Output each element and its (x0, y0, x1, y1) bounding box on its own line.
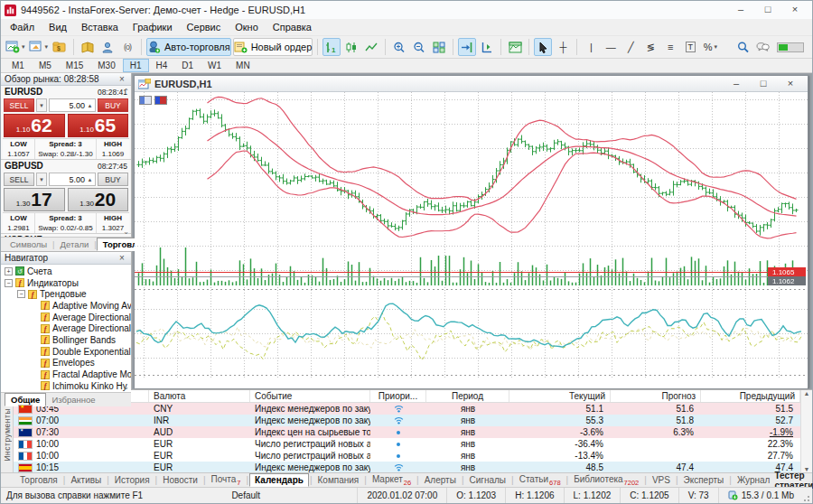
bottom-tab-1[interactable]: Торговля (15, 474, 62, 486)
tf-h4[interactable]: H4 (149, 59, 175, 72)
tree-item-ichimoku[interactable]: fIchimoku Kinko Hy (1, 380, 131, 392)
scroll-down-icon[interactable]: ⌄ (123, 383, 129, 391)
close-icon[interactable]: × (117, 253, 127, 263)
scroll-down-icon[interactable]: ⌄ (123, 228, 129, 236)
expand-icon[interactable]: + (5, 267, 13, 275)
bid-price-box[interactable]: 1.3017 (4, 188, 65, 211)
chart-maximize-button[interactable]: □ (750, 77, 777, 91)
bottom-tab-10[interactable]: Сигналы (465, 474, 511, 486)
lot-input[interactable]: 5.00▲ (49, 173, 96, 186)
vertical-line-tool[interactable]: | (582, 38, 600, 56)
scroll-up-icon[interactable]: ▲ (804, 390, 810, 397)
bottom-tab-7[interactable]: Компания (313, 474, 364, 486)
bottom-tab-8[interactable]: Маркет26 (368, 473, 416, 488)
horizontal-line-tool[interactable]: — (602, 38, 620, 56)
tree-item-dema[interactable]: fDouble Exponential (1, 346, 131, 358)
text-tool[interactable]: T (681, 38, 699, 56)
tree-item-bollinger[interactable]: fBollinger Bands (1, 334, 131, 346)
col-priority[interactable]: Приори... (370, 390, 426, 402)
channel-tool[interactable]: ≡ (661, 38, 679, 56)
col-forecast[interactable]: Прогноз (611, 390, 701, 402)
new-chart-button[interactable]: ▾ (5, 38, 26, 56)
bottom-tab-9[interactable]: Алерты (420, 474, 461, 486)
lot-dropdown-button[interactable]: ▼ (36, 98, 47, 112)
trendline-tool[interactable]: ╱ (621, 38, 640, 56)
tf-d1[interactable]: D1 (174, 59, 201, 72)
crosshair-tool-button[interactable]: ┼ (554, 38, 572, 56)
candle-chart-mode-button[interactable] (342, 38, 360, 56)
menu-file[interactable]: Файл (3, 20, 42, 34)
bottom-tab-11[interactable]: Статьи678 (515, 473, 565, 488)
profiles-button[interactable]: ▾ (28, 38, 50, 56)
bottom-tab-13[interactable]: VPS (648, 474, 675, 486)
tile-windows-button[interactable] (430, 38, 448, 56)
new-order-button[interactable]: Новый ордер (233, 38, 313, 56)
zoom-in-button[interactable] (390, 38, 408, 56)
col-period[interactable]: Период (426, 390, 509, 402)
chart-shift-button[interactable] (478, 38, 496, 56)
tree-item-adx[interactable]: fAverage Directional (1, 312, 131, 323)
bottom-tab-15[interactable]: Журнал (733, 474, 775, 486)
bottom-tab-6[interactable]: Календарь (249, 473, 309, 487)
menu-view[interactable]: Вид (42, 20, 74, 34)
search-icon[interactable] (737, 42, 749, 53)
calendar-row[interactable]: 07:00INRИндекс менеджеров по закупкам в … (14, 415, 800, 426)
tf-m5[interactable]: M5 (32, 59, 59, 72)
tf-w1[interactable]: W1 (201, 59, 229, 72)
chart-minimize-button[interactable]: – (723, 77, 750, 91)
buy-button[interactable]: BUY (98, 98, 128, 112)
ask-price-box[interactable]: 1.3020 (68, 188, 129, 211)
calendar-row[interactable]: 07:30AUDИндекс цен на сырьевые товары от… (14, 426, 800, 438)
quotes-book-button[interactable] (79, 38, 97, 56)
bottom-tab-4[interactable]: Новости (158, 474, 202, 486)
tf-h1[interactable]: H1 (123, 59, 149, 72)
line-chart-mode-button[interactable] (362, 38, 380, 56)
col-event[interactable]: Событие (250, 390, 370, 402)
bottom-tab-5[interactable]: Почта7 (207, 473, 246, 488)
chat-icon[interactable] (756, 42, 770, 52)
shapes-tool[interactable]: %▾ (701, 38, 719, 56)
tree-item-adx-wilder[interactable]: fAverage Directional (1, 322, 131, 334)
close-icon[interactable]: × (117, 74, 127, 84)
calendar-scrollbar[interactable]: ▲▼ (800, 390, 812, 472)
tf-m30[interactable]: M30 (90, 59, 122, 72)
lot-dropdown-button[interactable]: ▼ (36, 173, 47, 186)
tf-m1[interactable]: M1 (5, 59, 32, 72)
autotrading-toggle[interactable]: Авто-торговля (146, 38, 231, 56)
fibonacci-tool[interactable]: ≶ (641, 38, 659, 56)
indicator-mini-icon[interactable] (154, 96, 167, 105)
tree-item-adaptive-ma[interactable]: fAdaptive Moving Av (1, 300, 131, 312)
zoom-out-button[interactable] (410, 38, 428, 56)
sell-button[interactable]: SELL (4, 173, 34, 186)
tree-item-accounts[interactable]: +↺Счета (1, 266, 131, 277)
status-profile[interactable]: Default (222, 488, 358, 503)
tf-mn[interactable]: MN (229, 59, 257, 72)
toolbox-vertical-label[interactable]: Инструменты (3, 408, 12, 462)
close-button[interactable]: × (781, 2, 808, 18)
menu-tools[interactable]: Сервис (180, 20, 229, 34)
signals-broadcast-button[interactable]: (ο) (118, 38, 136, 56)
history-center-button[interactable]: $ (51, 38, 69, 56)
cursor-tool-button[interactable] (534, 38, 552, 56)
autoscroll-button[interactable] (458, 38, 476, 56)
tree-item-trend[interactable]: −fТрендовые (1, 288, 131, 300)
login-button[interactable] (98, 38, 117, 56)
tab-details[interactable]: Детали (55, 238, 95, 250)
calendar-row[interactable]: 10:00EURЧисло регистраций новых автомоби… (14, 438, 800, 450)
collapse-icon[interactable]: − (5, 279, 13, 287)
tf-m15[interactable]: M15 (59, 59, 90, 72)
bottom-tab-14[interactable]: Эксперты (679, 474, 729, 486)
calendar-row[interactable]: 10:00EURЧисло регистраций новых автомоби… (14, 450, 800, 462)
resize-grip[interactable] (803, 488, 812, 503)
indicators-button[interactable] (506, 38, 524, 56)
menu-insert[interactable]: Вставка (74, 20, 126, 34)
tree-item-frama[interactable]: fFractal Adaptive Mo (1, 369, 131, 380)
maximize-button[interactable]: □ (754, 2, 781, 18)
ask-price-box[interactable]: 1.1065 (68, 114, 129, 137)
chart-window-titlebar[interactable]: EURUSD,H1 – □ × (135, 76, 808, 92)
bar-chart-mode-button[interactable]: 1 (322, 38, 341, 56)
bottom-tab-2[interactable]: Активы (66, 474, 106, 486)
bid-price-box[interactable]: 1.1062 (4, 114, 65, 137)
bottom-tab-3[interactable]: История (110, 474, 154, 486)
indicator-mini-icon[interactable] (139, 96, 152, 105)
